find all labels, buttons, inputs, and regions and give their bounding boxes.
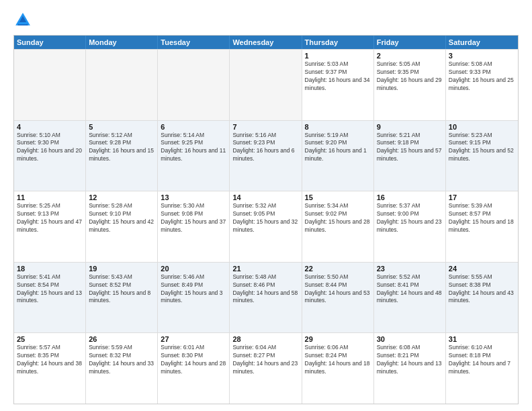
day-number: 10 (449, 123, 515, 131)
day-number: 26 (89, 335, 154, 343)
day-number: 19 (89, 265, 154, 273)
day-number: 21 (232, 265, 298, 273)
header-day-saturday: Saturday (446, 36, 518, 49)
day-cell-27: 27Sunrise: 6:01 AMSunset: 8:30 PMDayligh… (158, 333, 230, 404)
day-number: 31 (449, 335, 515, 343)
empty-cell (230, 50, 302, 120)
calendar-row-3: 11Sunrise: 5:25 AMSunset: 9:13 PMDayligh… (14, 191, 518, 262)
day-cell-10: 10Sunrise: 5:23 AMSunset: 9:15 PMDayligh… (446, 121, 518, 191)
day-info: Sunrise: 5:30 AMSunset: 9:08 PMDaylight:… (161, 202, 226, 234)
day-info: Sunrise: 5:34 AMSunset: 9:02 PMDaylight:… (305, 202, 371, 234)
empty-cell (14, 50, 86, 120)
calendar-row-4: 18Sunrise: 5:41 AMSunset: 8:54 PMDayligh… (14, 262, 518, 333)
logo (13, 11, 35, 30)
day-cell-30: 30Sunrise: 6:08 AMSunset: 8:21 PMDayligh… (374, 333, 446, 404)
day-info: Sunrise: 5:52 AMSunset: 8:41 PMDaylight:… (377, 273, 443, 306)
day-cell-15: 15Sunrise: 5:34 AMSunset: 9:02 PMDayligh… (302, 191, 374, 262)
day-number: 13 (161, 193, 226, 201)
day-info: Sunrise: 5:14 AMSunset: 9:25 PMDaylight:… (161, 132, 226, 164)
logo-icon (13, 11, 32, 30)
day-cell-14: 14Sunrise: 5:32 AMSunset: 9:05 PMDayligh… (230, 191, 302, 262)
day-cell-26: 26Sunrise: 5:59 AMSunset: 8:32 PMDayligh… (86, 333, 158, 404)
day-number: 8 (305, 123, 371, 131)
day-number: 15 (305, 193, 371, 201)
day-cell-24: 24Sunrise: 5:55 AMSunset: 8:38 PMDayligh… (446, 263, 518, 333)
empty-cell (86, 50, 158, 120)
day-info: Sunrise: 5:16 AMSunset: 9:23 PMDaylight:… (232, 132, 298, 164)
day-cell-19: 19Sunrise: 5:43 AMSunset: 8:52 PMDayligh… (86, 263, 158, 333)
page: SundayMondayTuesdayWednesdayThursdayFrid… (0, 0, 532, 411)
day-number: 25 (17, 335, 83, 343)
header-day-tuesday: Tuesday (158, 36, 230, 49)
day-number: 1 (305, 52, 371, 60)
day-cell-13: 13Sunrise: 5:30 AMSunset: 9:08 PMDayligh… (158, 191, 230, 262)
calendar-row-1: 1Sunrise: 5:03 AMSunset: 9:37 PMDaylight… (14, 49, 518, 120)
day-info: Sunrise: 5:43 AMSunset: 8:52 PMDaylight:… (89, 273, 154, 306)
day-cell-11: 11Sunrise: 5:25 AMSunset: 9:13 PMDayligh… (14, 191, 86, 262)
day-number: 6 (161, 123, 226, 131)
day-cell-7: 7Sunrise: 5:16 AMSunset: 9:23 PMDaylight… (230, 121, 302, 191)
day-info: Sunrise: 5:05 AMSunset: 9:35 PMDaylight:… (377, 60, 443, 93)
day-number: 30 (377, 335, 443, 343)
header-day-wednesday: Wednesday (230, 36, 302, 49)
day-number: 22 (305, 265, 371, 273)
header-day-thursday: Thursday (302, 36, 374, 49)
day-cell-29: 29Sunrise: 6:06 AMSunset: 8:24 PMDayligh… (302, 333, 374, 404)
day-info: Sunrise: 6:10 AMSunset: 8:18 PMDaylight:… (449, 344, 515, 376)
day-cell-25: 25Sunrise: 5:57 AMSunset: 8:35 PMDayligh… (14, 333, 86, 404)
day-info: Sunrise: 5:12 AMSunset: 9:28 PMDaylight:… (89, 132, 154, 164)
day-number: 5 (89, 123, 154, 131)
day-info: Sunrise: 5:59 AMSunset: 8:32 PMDaylight:… (89, 344, 154, 376)
header-day-monday: Monday (86, 36, 158, 49)
day-cell-21: 21Sunrise: 5:48 AMSunset: 8:46 PMDayligh… (230, 263, 302, 333)
day-info: Sunrise: 6:04 AMSunset: 8:27 PMDaylight:… (232, 344, 298, 376)
day-info: Sunrise: 5:41 AMSunset: 8:54 PMDaylight:… (17, 273, 83, 306)
day-info: Sunrise: 5:48 AMSunset: 8:46 PMDaylight:… (232, 273, 298, 306)
day-cell-1: 1Sunrise: 5:03 AMSunset: 9:37 PMDaylight… (302, 50, 374, 120)
header (13, 11, 519, 30)
day-info: Sunrise: 5:23 AMSunset: 9:15 PMDaylight:… (449, 132, 515, 164)
day-cell-28: 28Sunrise: 6:04 AMSunset: 8:27 PMDayligh… (230, 333, 302, 404)
day-cell-6: 6Sunrise: 5:14 AMSunset: 9:25 PMDaylight… (158, 121, 230, 191)
calendar-body: 1Sunrise: 5:03 AMSunset: 9:37 PMDaylight… (14, 49, 518, 404)
day-cell-8: 8Sunrise: 5:19 AMSunset: 9:20 PMDaylight… (302, 121, 374, 191)
day-info: Sunrise: 5:37 AMSunset: 9:00 PMDaylight:… (377, 202, 443, 234)
svg-rect-2 (19, 22, 27, 24)
day-info: Sunrise: 6:08 AMSunset: 8:21 PMDaylight:… (377, 344, 443, 376)
day-number: 24 (449, 265, 515, 273)
day-info: Sunrise: 5:25 AMSunset: 9:13 PMDaylight:… (17, 202, 83, 234)
day-number: 17 (449, 193, 515, 201)
day-number: 14 (232, 193, 298, 201)
header-day-sunday: Sunday (14, 36, 86, 49)
day-cell-18: 18Sunrise: 5:41 AMSunset: 8:54 PMDayligh… (14, 263, 86, 333)
day-cell-4: 4Sunrise: 5:10 AMSunset: 9:30 PMDaylight… (14, 121, 86, 191)
day-info: Sunrise: 5:57 AMSunset: 8:35 PMDaylight:… (17, 344, 83, 376)
day-number: 29 (305, 335, 371, 343)
day-cell-17: 17Sunrise: 5:39 AMSunset: 8:57 PMDayligh… (446, 191, 518, 262)
day-info: Sunrise: 5:21 AMSunset: 9:18 PMDaylight:… (377, 132, 443, 164)
day-info: Sunrise: 5:55 AMSunset: 8:38 PMDaylight:… (449, 273, 515, 306)
day-cell-5: 5Sunrise: 5:12 AMSunset: 9:28 PMDaylight… (86, 121, 158, 191)
calendar-row-5: 25Sunrise: 5:57 AMSunset: 8:35 PMDayligh… (14, 332, 518, 404)
day-number: 7 (232, 123, 298, 131)
day-cell-12: 12Sunrise: 5:28 AMSunset: 9:10 PMDayligh… (86, 191, 158, 262)
day-number: 27 (161, 335, 226, 343)
day-number: 16 (377, 193, 443, 201)
day-number: 28 (232, 335, 298, 343)
day-number: 23 (377, 265, 443, 273)
day-info: Sunrise: 5:28 AMSunset: 9:10 PMDaylight:… (89, 202, 154, 234)
day-number: 12 (89, 193, 154, 201)
calendar-row-2: 4Sunrise: 5:10 AMSunset: 9:30 PMDaylight… (14, 120, 518, 191)
day-cell-3: 3Sunrise: 5:08 AMSunset: 9:33 PMDaylight… (446, 50, 518, 120)
day-info: Sunrise: 5:46 AMSunset: 8:49 PMDaylight:… (161, 273, 226, 306)
calendar: SundayMondayTuesdayWednesdayThursdayFrid… (13, 35, 519, 404)
day-info: Sunrise: 5:19 AMSunset: 9:20 PMDaylight:… (305, 132, 371, 164)
day-number: 11 (17, 193, 83, 201)
day-cell-16: 16Sunrise: 5:37 AMSunset: 9:00 PMDayligh… (374, 191, 446, 262)
day-info: Sunrise: 5:08 AMSunset: 9:33 PMDaylight:… (449, 60, 515, 93)
day-cell-23: 23Sunrise: 5:52 AMSunset: 8:41 PMDayligh… (374, 263, 446, 333)
day-info: Sunrise: 6:01 AMSunset: 8:30 PMDaylight:… (161, 344, 226, 376)
day-info: Sunrise: 5:10 AMSunset: 9:30 PMDaylight:… (17, 132, 83, 164)
header-day-friday: Friday (374, 36, 446, 49)
day-number: 4 (17, 123, 83, 131)
